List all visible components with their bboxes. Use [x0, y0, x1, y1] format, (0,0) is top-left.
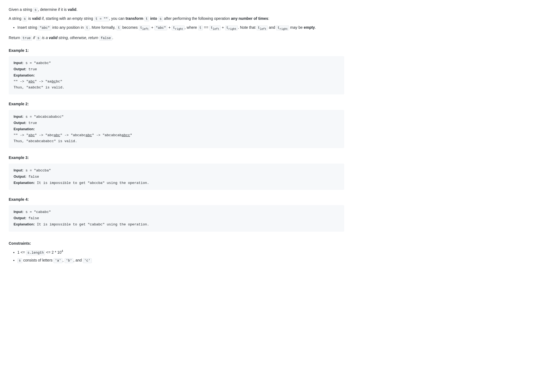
valid-label-1: valid — [68, 7, 76, 12]
s-var-1: s — [33, 8, 38, 12]
example-1-explanation-label: Explanation: — [14, 72, 339, 79]
s-length-code: s.length — [26, 250, 45, 255]
left-sub-1: left — [142, 28, 149, 31]
t-left-code: tleft — [139, 26, 150, 30]
step2-und-3: abc — [86, 133, 92, 137]
constraints-list: 1 <= s.length <= 2 * 104 s consists of l… — [17, 249, 344, 263]
step2-underline-1: bc — [52, 79, 56, 84]
output-label-1: Output: — [14, 67, 26, 71]
return-statement: Return true if s is a valid string, othe… — [9, 35, 344, 41]
t-var-3: t — [116, 26, 121, 30]
input-val-4: s = "cababc" — [26, 210, 51, 214]
output-label-2: Output: — [14, 121, 26, 125]
left-sub-2: left — [213, 28, 219, 31]
output-label-3: Output: — [14, 174, 26, 179]
t-var-4: t — [198, 26, 203, 30]
example-1-conclusion: Thus, "aabcbc" is valid. — [14, 85, 339, 91]
problem-intro: Given a string s, determine if it is val… — [9, 7, 344, 13]
example-1-input: Input: s = "aabcbc" — [14, 60, 339, 66]
abc-code-1: "abc" — [38, 26, 51, 30]
letter-a: 'a' — [53, 258, 62, 263]
true-code: true — [21, 36, 32, 41]
example-4-output: Output: false — [14, 215, 339, 221]
input-label-2: Input: — [14, 114, 23, 119]
example-4-explanation: Explanation: It is impossible to get "ca… — [14, 221, 339, 228]
example-3-title: Example 3: — [9, 155, 344, 161]
t-right-code-2: tright — [225, 26, 238, 30]
t-var-2: t — [85, 26, 90, 30]
example-2-explanation-label: Explanation: — [14, 126, 339, 132]
t-left-code-2: tleft — [209, 26, 221, 30]
transform-label: transform — [125, 16, 143, 21]
left-sub-3: left — [260, 28, 266, 31]
step2-und-2: abc — [54, 133, 60, 137]
explanation-label-3: Explanation: — [14, 181, 35, 185]
constraint-1: 1 <= s.length <= 2 * 104 — [17, 249, 344, 256]
t-var-1: t — [144, 17, 149, 21]
s-var-constraint: s — [17, 258, 22, 263]
example-2-input: Input: s = "abcabcababcc" — [14, 114, 339, 120]
valid-italic-label: valid — [49, 36, 58, 40]
problem-definition: A string s is valid if, starting with an… — [9, 15, 344, 22]
example-4-input: Input: s = "cababc" — [14, 209, 339, 215]
example-4-title: Example 4: — [9, 196, 344, 202]
example-1-steps: "" -> "abc" -> "aabcbc" — [14, 79, 339, 85]
operations-list: Insert string "abc" into any position in… — [17, 24, 344, 31]
example-2-title: Example 2: — [9, 101, 344, 107]
letter-c: 'c' — [83, 258, 92, 263]
example-2-conclusion: Thus, "abcabcababcc" is valid. — [14, 138, 339, 144]
output-val-3: false — [29, 175, 39, 179]
s-var-4: s — [36, 36, 41, 41]
input-val-2: s = "abcabcababcc" — [26, 115, 64, 119]
into-label: into — [150, 16, 157, 21]
right-sub-2: right — [228, 28, 236, 31]
input-val-1: s = "aabcbc" — [26, 61, 51, 65]
constraints-title: Constraints: — [9, 240, 344, 246]
example-2-steps: "" -> "abc" -> "abcabc" -> "abcabcabc" -… — [14, 132, 339, 138]
input-label-4: Input: — [14, 210, 23, 214]
s-var-2: s — [23, 17, 27, 21]
example-1-title: Example 1: — [9, 47, 344, 53]
explanation-label-2: Explanation: — [14, 127, 35, 131]
abc-code-2: "abc" — [154, 26, 168, 30]
right-sub-1: right — [175, 28, 183, 31]
s-var-3: s — [158, 17, 163, 21]
output-val-2: true — [29, 121, 37, 125]
any-times-label: any number of times — [231, 16, 268, 21]
explanation-label-4: Explanation: — [14, 222, 35, 226]
example-4-block: Input: s = "cababc" Output: false Explan… — [9, 205, 344, 231]
t-eq-code: t = "" — [94, 17, 109, 21]
example-2-block: Input: s = "abcabcababcc" Output: true E… — [9, 110, 344, 148]
explanation-label-1: Explanation: — [14, 73, 35, 77]
is-a-label: is a valid string, otherwise, return — [42, 36, 98, 40]
input-label-3: Input: — [14, 168, 23, 172]
input-val-3: s = "abccba" — [26, 168, 51, 173]
t-right-code: tright — [172, 26, 185, 30]
example-3-explanation: Explanation: It is impossible to get "ab… — [14, 180, 339, 186]
example-3-block: Input: s = "abccba" Output: false Explan… — [9, 164, 344, 190]
output-label-4: Output: — [14, 216, 26, 220]
step1-underline-1: abc — [29, 79, 35, 84]
input-label-1: Input: — [14, 61, 23, 65]
example-1-output: Output: true — [14, 66, 339, 72]
step2-und-4: abcc — [122, 133, 130, 137]
valid-label-2: valid — [32, 16, 41, 21]
example-1-block: Input: s = "aabcbc" Output: true Explana… — [9, 56, 344, 94]
example-3-output: Output: false — [14, 174, 339, 180]
if-label: if — [33, 36, 35, 40]
empty-label: empty — [304, 25, 315, 30]
example-3-input: Input: s = "abccba" — [14, 167, 339, 174]
letter-b: 'b' — [65, 258, 74, 263]
example-2-output: Output: true — [14, 120, 339, 126]
t-right-code-3: tright — [276, 26, 289, 30]
right-sub-3: right — [280, 28, 288, 31]
false-code: false — [99, 36, 112, 41]
output-val-1: true — [29, 67, 37, 71]
output-val-4: false — [29, 216, 39, 220]
constraint-2: s consists of letters 'a', 'b', and 'c' — [17, 257, 344, 263]
step2-und-1: abc — [29, 133, 35, 137]
exponent-4: 4 — [62, 250, 63, 253]
t-left-code-3: tleft — [257, 26, 268, 30]
bullet-insert: Insert string "abc" into any position in… — [17, 24, 344, 31]
